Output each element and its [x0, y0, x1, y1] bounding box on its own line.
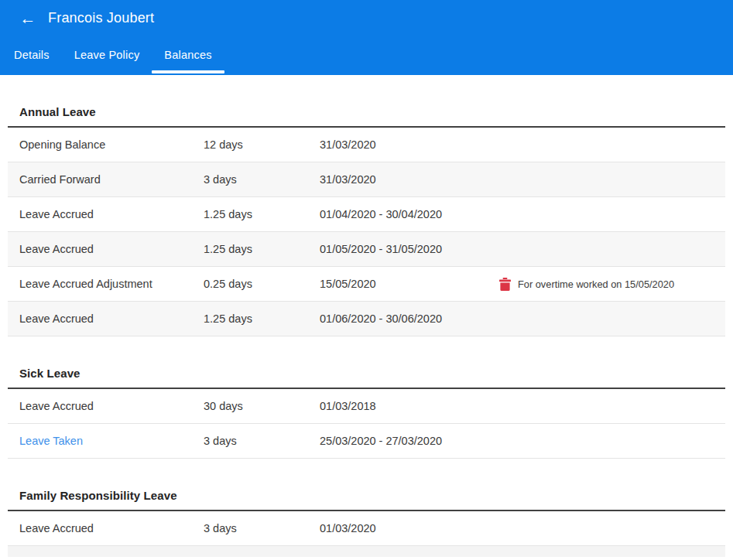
row-label: Leave Accrued	[19, 208, 204, 220]
section-title: Annual Leave	[19, 105, 714, 118]
row-date: 31/03/2020	[320, 138, 499, 151]
row-date: 01/04/2020 - 30/04/2020	[320, 208, 499, 220]
header-title-bar: ← Francois Joubert	[0, 5, 733, 30]
row-label: Leave Accrued	[19, 243, 204, 255]
tab-details[interactable]: Details	[2, 34, 62, 75]
row-date: 01/05/2020 - 31/05/2020	[320, 243, 499, 255]
row-amount: 3 days	[204, 173, 320, 186]
delete-adjustment-button[interactable]	[499, 278, 511, 291]
table-row: Carried Forward 3 days 31/03/2020	[8, 162, 725, 197]
table-row: Leave Taken 3 days 25/03/2020 - 27/03/20…	[8, 424, 725, 459]
row-amount: 30 days	[204, 400, 320, 412]
back-button[interactable]: ←	[14, 6, 42, 29]
table-row: Leave Accrued 3 days 01/03/2020	[8, 511, 725, 546]
annual-leave-table: Opening Balance 12 days 31/03/2020 Carri…	[8, 128, 725, 336]
adjustment-note: For overtime worked on 15/05/2020	[518, 278, 674, 290]
app-header: ← Francois Joubert Details Leave Policy …	[0, 0, 733, 75]
sick-leave-table: Leave Accrued 30 days 01/03/2018 Leave T…	[8, 389, 725, 459]
section-title: Family Responsibility Leave	[19, 489, 714, 502]
row-date: 01/06/2020 - 30/06/2020	[320, 312, 499, 325]
row-amount: 1.25 days	[204, 243, 320, 255]
row-date: 25/03/2020 - 27/03/2020	[320, 435, 499, 447]
tab-balances[interactable]: Balances	[152, 34, 224, 75]
row-amount: 1.25 days	[204, 208, 320, 220]
section-annual-leave: Annual Leave Opening Balance 12 days 31/…	[8, 105, 725, 336]
row-amount: 1.25 days	[204, 312, 320, 325]
row-date: 31/03/2020	[320, 173, 499, 186]
table-row: Leave Accrued 1.25 days 01/04/2020 - 30/…	[8, 197, 725, 232]
balances-content: Annual Leave Opening Balance 12 days 31/…	[0, 105, 733, 557]
tab-active-underline	[152, 70, 224, 73]
table-row: Leave Accrued 1.25 days 01/05/2020 - 31/…	[8, 232, 725, 267]
row-date: 01/03/2018	[320, 400, 499, 412]
row-amount: 0.25 days	[204, 278, 320, 290]
tab-leave-policy-label: Leave Policy	[74, 49, 140, 61]
row-label: Leave Accrued	[19, 312, 204, 325]
page-title: Francois Joubert	[48, 10, 154, 26]
row-date: 15/05/2020	[320, 278, 499, 290]
section-sick-leave: Sick Leave Leave Accrued 30 days 01/03/2…	[8, 367, 725, 459]
leave-taken-link[interactable]: Leave Taken	[19, 435, 204, 447]
table-row: Opening Balance 12 days 31/03/2020	[8, 128, 725, 162]
tab-details-label: Details	[14, 49, 50, 61]
table-row-adjustment: Leave Accrued Adjustment 0.25 days 15/05…	[8, 267, 725, 302]
section-family-responsibility-leave: Family Responsibility Leave Leave Accrue…	[8, 489, 725, 557]
tab-balances-label: Balances	[164, 49, 211, 61]
trash-icon	[499, 278, 511, 291]
row-label: Leave Accrued Adjustment	[19, 278, 204, 290]
employee-balances-screen: ← Francois Joubert Details Leave Policy …	[0, 0, 733, 560]
table-row: Leave Accrued 30 days 01/03/2018	[8, 389, 725, 424]
row-label: Leave Accrued	[19, 400, 204, 412]
row-amount: 3 days	[204, 435, 320, 447]
tab-leave-policy[interactable]: Leave Policy	[62, 34, 152, 75]
section-title: Sick Leave	[19, 367, 714, 380]
row-amount: 3 days	[204, 522, 320, 534]
row-label: Opening Balance	[19, 138, 204, 151]
row-label: Leave Accrued	[19, 522, 204, 534]
back-arrow-icon: ←	[20, 10, 36, 26]
family-responsibility-leave-table: Leave Accrued 3 days 01/03/2020	[8, 511, 725, 557]
tab-bar: Details Leave Policy Balances	[2, 34, 224, 75]
row-date: 01/03/2020	[320, 522, 499, 534]
table-row: Leave Accrued 1.25 days 01/06/2020 - 30/…	[8, 302, 725, 336]
row-amount: 12 days	[204, 138, 320, 151]
partially-visible-row	[8, 546, 725, 557]
row-label: Carried Forward	[19, 173, 204, 186]
